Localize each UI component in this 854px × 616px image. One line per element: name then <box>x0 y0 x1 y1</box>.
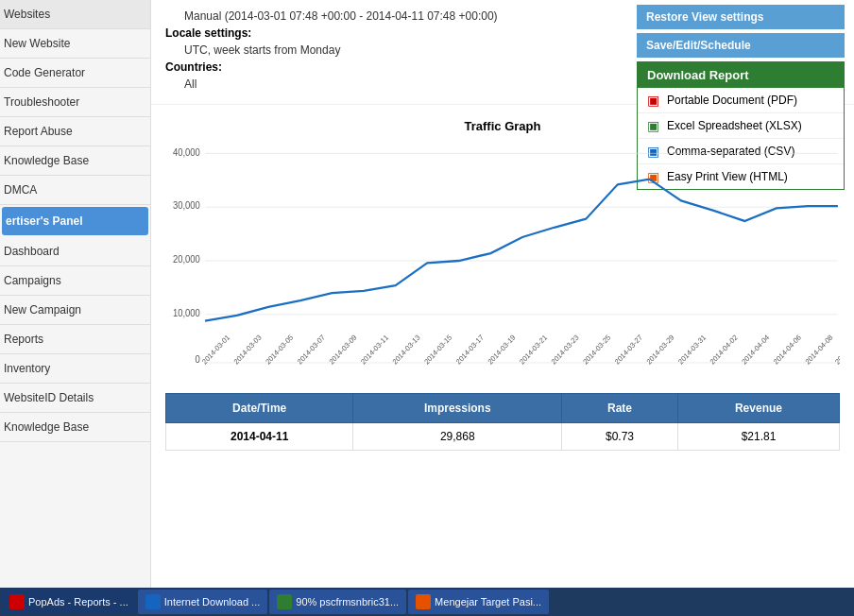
table-section: Date/Time Impressions Rate Revenue 2014-… <box>151 393 854 465</box>
svg-text:2014-03-23: 2014-03-23 <box>550 333 581 366</box>
sidebar-label-troubleshooter: Troubleshooter <box>4 95 79 109</box>
locale-label: Locale settings: <box>165 26 251 40</box>
90pct-icon <box>277 594 292 609</box>
sidebar-label-knowledge-base: Knowledge Base <box>4 420 89 434</box>
taskbar-item-idm[interactable]: Internet Download ... <box>138 590 268 614</box>
countries-value: All <box>165 77 196 91</box>
svg-text:2014-03-29: 2014-03-29 <box>645 333 676 366</box>
svg-text:0: 0 <box>196 354 201 365</box>
sidebar-item-knowledge-base[interactable]: Knowledge Base <box>0 413 150 442</box>
taskbar-item-90pct[interactable]: 90% pscfrmsnbric31... <box>269 590 406 614</box>
sidebar-item-new-campaign[interactable]: New Campaign <box>0 296 150 325</box>
sidebar-label-reports: Reports <box>4 333 43 346</box>
svg-text:2014-04-10: 2014-04-10 <box>833 333 840 366</box>
svg-text:2014-04-06: 2014-04-06 <box>772 333 803 366</box>
taskbar-label-mengejar: Mengejar Target Pasi... <box>435 596 541 607</box>
svg-text:2014-04-04: 2014-04-04 <box>740 333 771 367</box>
data-table: Date/Time Impressions Rate Revenue 2014-… <box>165 393 840 451</box>
sidebar-label-websites: Websites <box>4 8 50 21</box>
svg-text:2014-03-07: 2014-03-07 <box>296 333 327 366</box>
xlsx-label: Excel Spreadsheet (XLSX) <box>667 119 802 132</box>
svg-text:2014-03-17: 2014-03-17 <box>454 333 486 366</box>
sidebar: Websites New Website Code Generator Trou… <box>0 0 151 588</box>
svg-text:2014-03-27: 2014-03-27 <box>613 333 644 366</box>
sidebar-label-knowledge-base-top: Knowledge Base <box>4 154 89 167</box>
taskbar-label-90pct: 90% pscfrmsnbric31... <box>296 596 399 607</box>
download-pdf[interactable]: ▣ Portable Document (PDF) <box>638 88 844 113</box>
svg-text:2014-03-03: 2014-03-03 <box>232 333 264 366</box>
idm-icon <box>145 594 161 609</box>
sidebar-item-dmca[interactable]: DMCA <box>0 176 150 205</box>
sidebar-item-dashboard[interactable]: Dashboard <box>0 237 150 266</box>
svg-text:2014-03-25: 2014-03-25 <box>581 333 612 366</box>
sidebar-label-campaigns: Campaigns <box>4 274 61 287</box>
sidebar-label-dashboard: Dashboard <box>4 245 60 258</box>
countries-label: Countries: <box>165 60 222 74</box>
svg-text:2014-04-08: 2014-04-08 <box>804 333 835 366</box>
svg-text:30,000: 30,000 <box>173 200 200 211</box>
svg-text:10,000: 10,000 <box>173 308 200 318</box>
sidebar-item-knowledge-base-top[interactable]: Knowledge Base <box>0 146 150 176</box>
svg-text:40,000: 40,000 <box>173 146 200 157</box>
svg-text:2014-03-09: 2014-03-09 <box>328 333 359 366</box>
sidebar-label-inventory: Inventory <box>4 362 50 375</box>
traffic-chart: 40,000 30,000 20,000 10,000 0 <box>165 143 840 379</box>
popads-icon <box>9 594 25 609</box>
info-section: Manual (2014-03-01 07:48 +00:00 - 2014-0… <box>151 0 854 105</box>
col-rate: Rate <box>562 394 678 423</box>
svg-text:2014-03-11: 2014-03-11 <box>359 333 390 366</box>
sidebar-label-dmca: DMCA <box>4 183 37 197</box>
sidebar-item-reports[interactable]: Reports <box>0 325 150 354</box>
cell-impressions: 29,868 <box>353 423 562 451</box>
svg-text:2014-03-05: 2014-03-05 <box>264 333 295 366</box>
svg-text:2014-03-15: 2014-03-15 <box>422 333 453 366</box>
table-row: 2014-04-11 29,868 $0.73 $21.81 <box>166 423 840 451</box>
download-xlsx[interactable]: ▣ Excel Spreadsheet (XLSX) <box>638 113 844 139</box>
taskbar-label-idm: Internet Download ... <box>164 596 261 607</box>
taskbar-item-popads[interactable]: PopAds - Reports - ... <box>2 590 136 614</box>
sidebar-item-report-abuse[interactable]: Report Abuse <box>0 117 150 146</box>
sidebar-item-websiteid-details[interactable]: WebsiteID Details <box>0 384 150 413</box>
sidebar-item-new-website[interactable]: New Website <box>0 29 150 59</box>
col-datetime: Date/Time <box>166 394 353 423</box>
taskbar: PopAds - Reports - ... Internet Download… <box>0 588 854 616</box>
sidebar-item-campaigns[interactable]: Campaigns <box>0 266 150 296</box>
main-content: Manual (2014-03-01 07:48 +00:00 - 2014-0… <box>151 0 854 588</box>
taskbar-label-popads: PopAds - Reports - ... <box>28 596 128 607</box>
svg-text:2014-03-19: 2014-03-19 <box>487 333 518 366</box>
sidebar-item-websites[interactable]: Websites <box>0 0 150 29</box>
chart-container: 40,000 30,000 20,000 10,000 0 <box>165 143 840 379</box>
sidebar-label-code-generator: Code Generator <box>4 66 85 79</box>
col-impressions: Impressions <box>353 394 562 423</box>
advertiser-panel-header: ertiser's Panel <box>2 207 148 235</box>
save-button[interactable]: Save/Edit/Schedule <box>637 33 845 58</box>
cell-rate: $0.73 <box>562 423 678 451</box>
cell-date: 2014-04-11 <box>166 423 353 451</box>
mengejar-icon <box>416 594 431 609</box>
xlsx-icon: ▣ <box>647 118 659 133</box>
svg-text:2014-03-21: 2014-03-21 <box>518 333 549 366</box>
schedule-value: Manual (2014-03-01 07:48 +00:00 - 2014-0… <box>165 9 498 23</box>
cell-revenue: $21.81 <box>677 423 839 451</box>
sidebar-item-code-generator[interactable]: Code Generator <box>0 59 150 88</box>
locale-value: UTC, week starts from Monday <box>165 43 340 57</box>
pdf-icon: ▣ <box>647 93 659 108</box>
svg-text:2014-03-13: 2014-03-13 <box>391 333 422 366</box>
sidebar-label-new-campaign: New Campaign <box>4 303 81 317</box>
svg-text:2014-03-31: 2014-03-31 <box>676 333 708 366</box>
download-header: Download Report <box>638 62 844 88</box>
sidebar-label-new-website: New Website <box>4 37 70 50</box>
chart-section: Traffic Graph 40,000 30,000 20,000 10,00… <box>151 105 854 393</box>
svg-text:20,000: 20,000 <box>173 254 200 265</box>
pdf-label: Portable Document (PDF) <box>667 94 797 107</box>
sidebar-item-inventory[interactable]: Inventory <box>0 354 150 384</box>
col-revenue: Revenue <box>677 394 839 423</box>
svg-text:2014-04-02: 2014-04-02 <box>709 333 740 366</box>
sidebar-label-websiteid-details: WebsiteID Details <box>4 391 94 404</box>
taskbar-item-mengejar[interactable]: Mengejar Target Pasi... <box>408 590 549 614</box>
restore-button[interactable]: Restore View settings <box>637 5 845 29</box>
sidebar-label-report-abuse: Report Abuse <box>4 125 73 138</box>
svg-text:2014-03-01: 2014-03-01 <box>200 333 231 366</box>
sidebar-item-troubleshooter[interactable]: Troubleshooter <box>0 88 150 117</box>
